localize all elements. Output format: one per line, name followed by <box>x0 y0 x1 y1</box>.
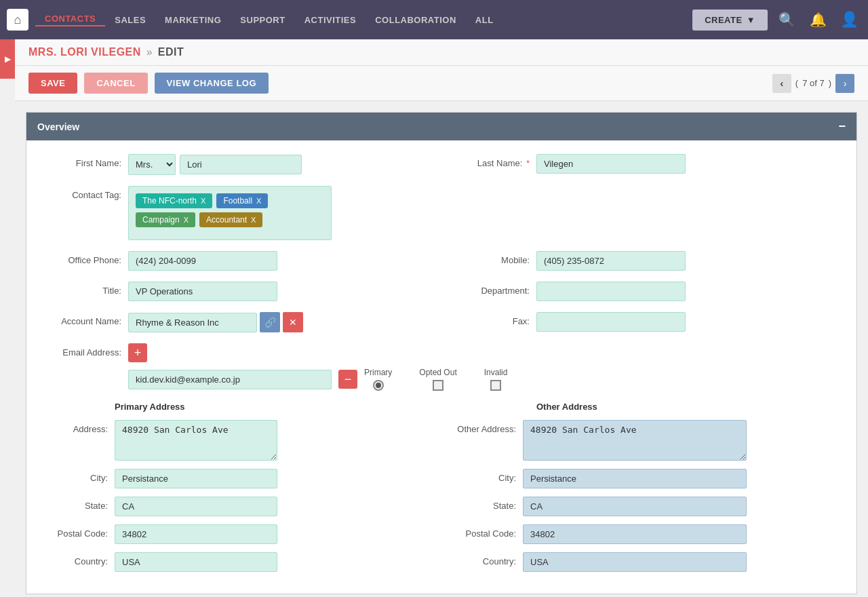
tag-accountant-remove[interactable]: X <box>251 216 256 224</box>
nav-all[interactable]: ALL <box>466 15 503 25</box>
action-bar: SAVE CANCEL VIEW CHANGE LOG ‹ ( 7 of 7 )… <box>15 66 868 101</box>
primary-postal-input[interactable] <box>115 524 277 544</box>
home-button[interactable]: ⌂ <box>7 9 28 31</box>
home-icon: ⌂ <box>14 13 22 27</box>
search-button[interactable]: 🔍 <box>774 7 799 32</box>
opted-out-checkbox[interactable] <box>433 380 443 391</box>
invalid-checkbox[interactable] <box>490 380 501 391</box>
first-name-input[interactable] <box>180 155 302 174</box>
layout-wrapper: ▶ MRS. LORI VILEGEN » EDIT SAVE CANCEL V… <box>0 39 868 597</box>
main-content: Overview − First Name: Mrs. Mr <box>15 101 868 597</box>
cancel-button[interactable]: CANCEL <box>84 73 147 94</box>
other-postal-input[interactable] <box>523 524 747 544</box>
overview-section-body: First Name: Mrs. Mr. Ms. Dr. Prof. <box>26 140 856 594</box>
primary-state-input[interactable] <box>115 497 277 516</box>
primary-city-input[interactable] <box>115 469 277 488</box>
office-phone-label: Office Phone: <box>47 251 121 265</box>
account-name-input[interactable] <box>128 313 257 332</box>
top-nav: ⌂ CONTACTS SALES MARKETING SUPPORT ACTIV… <box>0 0 868 39</box>
tag-campaign-remove[interactable]: X <box>184 216 189 224</box>
fax-label: Fax: <box>455 312 530 326</box>
search-icon: 🔍 <box>778 12 795 28</box>
other-address-header: Other Address <box>455 402 836 412</box>
nav-activities[interactable]: ACTIVITIES <box>295 15 366 25</box>
next-record-button[interactable]: › <box>835 74 854 93</box>
pagination-controls: ‹ ( 7 of 7 ) › <box>772 74 854 93</box>
save-button[interactable]: SAVE <box>28 73 77 94</box>
account-link-button[interactable]: 🔗 <box>260 312 280 332</box>
other-address-input[interactable]: 48920 San Carlos Ave <box>523 420 747 461</box>
tag-football-remove[interactable]: X <box>256 197 261 205</box>
email-entry-row: − Primary Opted <box>128 368 507 391</box>
nav-collaboration[interactable]: COLLABORATION <box>366 15 466 25</box>
other-city-input[interactable] <box>523 469 747 488</box>
nav-marketing[interactable]: MARKETING <box>155 15 231 25</box>
user-icon: 👤 <box>840 11 859 28</box>
title-input[interactable] <box>128 282 277 301</box>
tag-football-label: Football <box>223 196 252 206</box>
link-icon: 🔗 <box>264 317 276 328</box>
view-change-log-button[interactable]: VIEW CHANGE LOG <box>155 73 269 94</box>
email-invalid-option: Invalid <box>484 368 508 391</box>
primary-country-input[interactable] <box>115 552 277 572</box>
email-group: Email Address: + − <box>47 343 836 391</box>
other-city-label: City: <box>455 469 516 483</box>
office-phone-group: Office Phone: <box>47 251 428 271</box>
other-state-group: State: <box>455 497 836 516</box>
email-add-button[interactable]: + <box>128 343 147 362</box>
overview-title: Overview <box>37 121 79 132</box>
account-clear-button[interactable]: ✕ <box>283 312 303 332</box>
primary-country-group: Country: <box>47 552 428 572</box>
tags-container[interactable]: The NFC-north X Football X Campaign X <box>128 186 332 240</box>
opted-out-label: Opted Out <box>419 368 456 377</box>
primary-postal-label: Postal Code: <box>47 524 108 539</box>
nav-links: CONTACTS SALES MARKETING SUPPORT ACTIVIT… <box>35 14 692 26</box>
nav-sales[interactable]: SALES <box>105 15 155 25</box>
title-group: Title: <box>47 282 428 301</box>
contact-tag-label: Contact Tag: <box>47 186 121 200</box>
email-opted-out-option: Opted Out <box>419 368 456 391</box>
overview-section: Overview − First Name: Mrs. Mr <box>26 112 857 594</box>
breadcrumb-separator: » <box>146 46 153 58</box>
nav-support[interactable]: SUPPORT <box>231 15 294 25</box>
create-label: CREATE <box>705 15 742 25</box>
department-group: Department: <box>455 282 836 301</box>
notifications-button[interactable]: 🔔 <box>806 7 830 32</box>
previous-record-button[interactable]: ‹ <box>772 74 791 93</box>
other-state-input[interactable] <box>523 497 747 516</box>
account-name-label: Account Name: <box>47 312 121 326</box>
collapse-overview-button[interactable]: − <box>838 119 846 134</box>
office-phone-input[interactable] <box>128 251 277 271</box>
primary-postal-group: Postal Code: <box>47 524 428 544</box>
tag-nfc-north-remove[interactable]: X <box>201 197 205 205</box>
department-label: Department: <box>455 282 530 296</box>
fax-input[interactable] <box>536 312 686 332</box>
user-profile-button[interactable]: 👤 <box>837 7 861 32</box>
tag-campaign[interactable]: Campaign X <box>136 212 195 227</box>
primary-address-input[interactable]: 48920 San Carlos Ave <box>115 420 277 461</box>
address-section: Primary Address Address: 48920 San Carlo… <box>47 402 836 580</box>
chevron-right-icon: › <box>844 78 847 89</box>
create-button[interactable]: CREATE ▼ <box>692 9 768 31</box>
tag-accountant-label: Accountant <box>206 215 247 225</box>
other-country-group: Country: <box>455 552 836 572</box>
name-prefix-select[interactable]: Mrs. Mr. Ms. Dr. Prof. <box>128 154 176 175</box>
last-name-input[interactable] <box>536 154 686 174</box>
invalid-label: Invalid <box>484 368 508 377</box>
primary-radio[interactable] <box>373 380 384 391</box>
fax-group: Fax: <box>455 312 836 332</box>
primary-city-group: City: <box>47 469 428 488</box>
email-input[interactable] <box>128 370 332 389</box>
tag-accountant[interactable]: Accountant X <box>199 212 262 227</box>
tag-nfc-north[interactable]: The NFC-north X <box>136 193 212 208</box>
department-input[interactable] <box>536 282 686 301</box>
sidebar-toggle[interactable]: ▶ <box>0 39 15 79</box>
nav-contacts[interactable]: CONTACTS <box>35 14 105 26</box>
tag-football[interactable]: Football X <box>216 193 268 208</box>
primary-address-group: Address: 48920 San Carlos Ave <box>47 420 428 461</box>
mobile-input[interactable] <box>536 251 686 271</box>
other-country-input[interactable] <box>523 552 747 572</box>
contact-tag-row: Contact Tag: The NFC-north X Football X <box>47 186 836 240</box>
email-remove-button[interactable]: − <box>338 370 357 389</box>
primary-address-header: Primary Address <box>47 402 428 412</box>
